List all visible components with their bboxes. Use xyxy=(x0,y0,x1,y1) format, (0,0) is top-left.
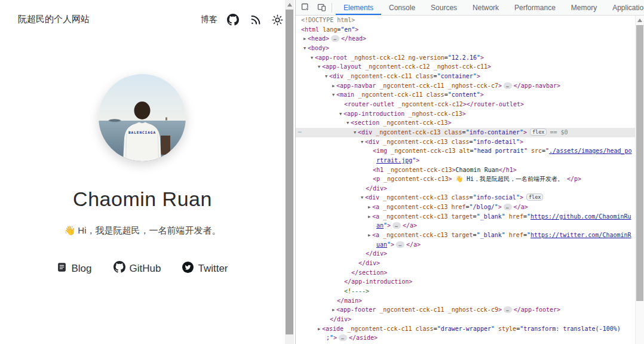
flex-badge[interactable]: flex xyxy=(526,194,543,201)
devtools-tab-performance[interactable]: Performance xyxy=(507,1,563,15)
expand-arrow-open-icon[interactable]: ▼ xyxy=(316,63,322,72)
devtools-tree-line[interactable]: </div> xyxy=(296,249,636,259)
devtools-tab-elements[interactable]: Elements xyxy=(336,1,381,15)
devtools-tree-line[interactable]: an">…</a> xyxy=(296,221,636,231)
intro-text-body: Hi，我是阮超民，一名前端开发者。 xyxy=(75,225,220,235)
twitter-icon xyxy=(182,262,194,276)
attribute-link[interactable]: https://github.com/ChaominRu xyxy=(530,213,631,220)
expand-arrow-closed-icon[interactable]: ▶ xyxy=(330,306,336,315)
expand-arrow-open-icon[interactable]: ▼ xyxy=(345,119,351,128)
expand-arrow-closed-icon[interactable]: ▶ xyxy=(366,213,372,222)
blog-link[interactable]: Blog xyxy=(57,261,91,276)
scroll-up-button[interactable] xyxy=(285,0,294,9)
devtools-tree-line[interactable]: ▼<app-layout _ngcontent-cck-c12 _nghost-… xyxy=(296,62,636,72)
devtools-tree-line[interactable]: ▶<a _ngcontent-cck-c13 target="_blank" h… xyxy=(296,231,636,240)
inline-expand-button[interactable]: … xyxy=(331,35,339,42)
scrollbar-thumb[interactable] xyxy=(636,25,643,301)
devtools-tree-line[interactable]: </div> xyxy=(296,259,636,268)
devtools-tree-line[interactable]: <h1 _ngcontent-cck-c13>Chaomin Ruan</h1> xyxy=(296,165,636,175)
attribute-link[interactable]: rtrait.jpg xyxy=(376,157,412,164)
scrollbar-thumb[interactable] xyxy=(286,10,293,334)
devtools-tab-memory[interactable]: Memory xyxy=(563,1,605,15)
expand-arrow-open-icon[interactable]: ▼ xyxy=(302,44,308,54)
devtools-tree-line[interactable]: ▶<aside _ngcontent-cck-c11 class="drawer… xyxy=(296,324,636,334)
page-scrollbar[interactable] xyxy=(285,0,294,344)
devtools-tree-line[interactable]: ▼<main _ngcontent-cck-c11 class="content… xyxy=(296,90,636,100)
avatar-shirt-text: BALENCIAGA xyxy=(128,130,156,134)
github-icon[interactable] xyxy=(226,13,240,26)
devtools-scrollbar[interactable] xyxy=(635,16,644,344)
devtools-tree-line[interactable]: ▶<app-footer _ngcontent-cck-c11 _nghost-… xyxy=(296,305,636,315)
devtools-tree-line[interactable]: </main> xyxy=(296,296,636,306)
rss-icon[interactable] xyxy=(249,13,262,26)
devtools-tree-line[interactable]: ▶<head>…</head> xyxy=(296,34,636,44)
devtools-tree-line[interactable]: ▶<a _ngcontent-cck-c13 href="/blog/">…</… xyxy=(296,202,636,212)
devtools-tree-line[interactable]: ▼<section _ngcontent-cck-c13> xyxy=(296,118,636,128)
expand-arrow-open-icon[interactable]: ▼ xyxy=(309,54,315,63)
devtools-tree-line[interactable]: </div> xyxy=(296,315,636,324)
attribute-link[interactable]: ./assets/images/head_po xyxy=(549,148,631,154)
devtools-tree-line[interactable]: <html lang="en"> xyxy=(296,25,636,35)
devtools-tree-line[interactable]: ⋯▼<div _ngcontent-cck-c13 class="info-co… xyxy=(296,128,636,137)
devtools-tree-line[interactable]: <!DOCTYPE html> xyxy=(296,16,636,25)
twitter-link-label: Twitter xyxy=(198,263,228,275)
twitter-link[interactable]: Twitter xyxy=(182,261,228,276)
devtools-tree-line[interactable]: ▼<app-root _nghost-cck-c12 ng-version="1… xyxy=(296,53,636,63)
scroll-up-button[interactable] xyxy=(636,16,644,24)
devtools-tree-line[interactable]: ▼<div _ngcontent-cck-c11 class="containe… xyxy=(296,72,636,81)
intro-text: 👋 Hi，我是阮超民，一名前端开发者。 xyxy=(0,225,285,236)
devtools-tree-line[interactable]: ▶<a _ngcontent-cck-c13 target="_blank" h… xyxy=(296,212,636,222)
devtools-tree-line[interactable]: <router-outlet _ngcontent-cck-c12></rout… xyxy=(296,100,636,109)
expand-arrow-open-icon[interactable]: ▼ xyxy=(330,91,336,100)
attribute-link[interactable]: https://twitter.com/ChaominR xyxy=(530,232,631,238)
devtools-tree-line[interactable]: <!----> xyxy=(296,287,636,296)
devtools-tree-line[interactable]: </div> xyxy=(296,184,636,194)
flex-badge[interactable]: flex xyxy=(530,128,547,136)
expand-arrow-closed-icon[interactable]: ▶ xyxy=(366,203,372,213)
inline-expand-button[interactable]: … xyxy=(339,334,347,341)
inline-expand-button[interactable]: … xyxy=(504,82,512,89)
attribute-link[interactable]: uan xyxy=(376,241,387,248)
devtools-tree-line[interactable]: <p _ngcontent-cck-c13> 👋 Hi，我是阮超民，一名前端开发… xyxy=(296,174,636,184)
social-links: Blog GitHub Twitter xyxy=(0,261,285,276)
gutter-ellipsis: ⋯ xyxy=(298,128,302,137)
device-toolbar-icon[interactable] xyxy=(315,1,328,14)
devtools-tree-line[interactable]: </section> xyxy=(296,268,636,278)
devtools-tab-console[interactable]: Console xyxy=(381,1,423,15)
devtools-tree-line[interactable]: ;">…</aside> xyxy=(296,333,636,343)
devtools-tree-line[interactable]: <img _ngcontent-cck-c13 alt="head portra… xyxy=(296,146,636,156)
inline-expand-button[interactable]: … xyxy=(504,204,512,210)
devtools-tree-line[interactable]: ▼<div _ngcontent-cck-c13 class="info-soc… xyxy=(296,193,636,202)
expand-arrow-open-icon[interactable]: ▼ xyxy=(338,110,344,119)
expand-arrow-open-icon[interactable]: ▼ xyxy=(359,138,365,148)
devtools-tab-sources[interactable]: Sources xyxy=(423,1,465,15)
attribute-link[interactable]: an xyxy=(376,222,384,229)
inline-expand-button[interactable]: … xyxy=(504,306,512,313)
devtools-tree-line[interactable]: rtrait.jpg"> xyxy=(296,156,636,165)
devtools-tree-line[interactable]: ▼<div _ngcontent-cck-c13 class="info-det… xyxy=(296,137,636,147)
inline-expand-button[interactable]: … xyxy=(396,241,404,248)
expand-arrow-closed-icon[interactable]: ▶ xyxy=(366,231,372,241)
personal-site-page: 阮超民的个人网站 博客 xyxy=(0,0,295,344)
nav-blog-link[interactable]: 博客 xyxy=(201,14,217,25)
inline-expand-button[interactable]: … xyxy=(392,222,401,229)
devtools-tab-network[interactable]: Network xyxy=(465,1,507,15)
site-title[interactable]: 阮超民的个人网站 xyxy=(18,14,90,25)
triangle-up-icon xyxy=(637,19,642,22)
devtools-tree-line[interactable]: </app-introduction> xyxy=(296,277,636,287)
expand-arrow-closed-icon[interactable]: ▶ xyxy=(302,35,308,44)
expand-arrow-closed-icon[interactable]: ▶ xyxy=(316,325,322,334)
expand-arrow-open-icon[interactable]: ▼ xyxy=(352,128,358,138)
expand-arrow-open-icon[interactable]: ▼ xyxy=(359,194,365,203)
theme-toggle-sun-icon[interactable] xyxy=(271,13,284,26)
github-link[interactable]: GitHub xyxy=(114,261,161,276)
devtools-tree-line[interactable]: ▼<body> xyxy=(296,44,636,53)
devtools-tree-line[interactable]: ▼<app-introduction _nghost-cck-c13> xyxy=(296,109,636,119)
blog-link-label: Blog xyxy=(71,263,91,275)
expand-arrow-open-icon[interactable]: ▼ xyxy=(323,72,329,82)
inspect-element-icon[interactable] xyxy=(299,1,312,14)
devtools-tree-line[interactable]: uan">…</a> xyxy=(296,240,636,250)
expand-arrow-closed-icon[interactable]: ▶ xyxy=(330,82,336,91)
devtools-tab-application[interactable]: Application xyxy=(605,1,644,15)
devtools-tree-line[interactable]: ▶<app-navbar _ngcontent-cck-c11 _nghost-… xyxy=(296,81,636,91)
